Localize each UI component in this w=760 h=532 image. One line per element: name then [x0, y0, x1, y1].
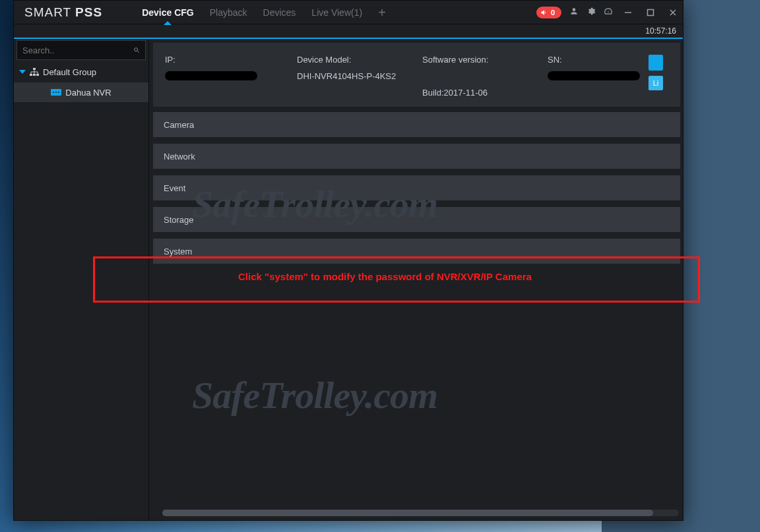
info-action-button-2[interactable]: Li: [649, 76, 663, 90]
sidebar-group-default[interactable]: Default Group: [14, 63, 148, 81]
window-minimize-button[interactable]: [621, 5, 635, 20]
main-tabs: Device CFG Playback Devices Live View(1)…: [142, 1, 536, 24]
main-panel: IP: Device Model: DHI-NVR4104HS-P-4KS2 S…: [149, 39, 683, 520]
app-title-bold: PSS: [75, 5, 102, 19]
tab-device-cfg[interactable]: Device CFG: [142, 1, 194, 24]
window-close-button[interactable]: [666, 5, 680, 20]
section-system[interactable]: System: [153, 239, 680, 264]
info-ip-label: IP:: [165, 55, 297, 65]
horizontal-scrollbar[interactable]: [162, 510, 679, 516]
app-title-thin: SMART: [24, 5, 71, 19]
info-ip-value: [165, 71, 257, 80]
title-controls: 0: [536, 5, 680, 20]
scrollbar-thumb[interactable]: [162, 510, 653, 516]
search-icon: [133, 45, 140, 55]
clock-bar: 10:57:16: [14, 24, 683, 39]
section-storage[interactable]: Storage: [153, 207, 680, 232]
svg-rect-8: [33, 74, 36, 76]
svg-point-12: [55, 92, 57, 93]
sidebar-group-label: Default Group: [43, 67, 96, 77]
search-box[interactable]: [16, 40, 146, 60]
svg-rect-7: [30, 74, 32, 76]
gear-icon[interactable]: [586, 7, 596, 18]
titlebar: SMART PSS Device CFG Playback Devices Li…: [14, 1, 683, 24]
clock-text: 10:57:16: [645, 26, 676, 36]
info-sn-value: [548, 71, 640, 80]
tab-add-button[interactable]: +: [378, 1, 386, 24]
svg-rect-9: [36, 74, 39, 76]
info-model-label: Device Model:: [297, 55, 422, 65]
svg-point-11: [53, 92, 54, 93]
tab-live-view[interactable]: Live View(1): [311, 1, 362, 24]
app-window: SMART PSS Device CFG Playback Devices Li…: [13, 0, 683, 521]
tab-devices[interactable]: Devices: [263, 1, 296, 24]
svg-point-13: [58, 92, 59, 93]
info-software-label: Software version:: [422, 55, 548, 65]
info-build-value: Build:2017-11-06: [422, 88, 548, 98]
svg-rect-1: [648, 9, 654, 15]
sitemap-icon: [30, 68, 39, 76]
app-logo: SMART PSS: [24, 5, 102, 20]
volume-icon: [540, 9, 548, 16]
config-section-list: Camera Network Event Storage System: [153, 112, 680, 264]
window-maximize-button[interactable]: [643, 5, 658, 20]
nvr-icon: [51, 88, 61, 96]
alert-indicator[interactable]: 0: [536, 7, 561, 18]
svg-rect-6: [33, 68, 36, 70]
chevron-down-icon: [19, 69, 26, 75]
sidebar-device-label: Dahua NVR: [65, 88, 111, 98]
svg-line-5: [137, 51, 139, 53]
info-action-button-1[interactable]: [649, 55, 663, 71]
body-area: Default Group Dahua NVR IP: Device Model…: [14, 39, 683, 520]
section-camera[interactable]: Camera: [153, 112, 680, 137]
user-icon[interactable]: [569, 7, 579, 18]
info-sn-label: SN:: [548, 55, 649, 65]
info-model-value: DHI-NVR4104HS-P-4KS2: [297, 71, 396, 81]
device-info-panel: IP: Device Model: DHI-NVR4104HS-P-4KS2 S…: [153, 43, 680, 107]
alert-count: 0: [551, 9, 555, 16]
section-event[interactable]: Event: [153, 175, 680, 200]
gauge-icon[interactable]: [604, 7, 613, 18]
section-network[interactable]: Network: [153, 144, 680, 169]
search-input[interactable]: [22, 45, 133, 55]
svg-point-4: [135, 48, 138, 51]
tab-playback[interactable]: Playback: [210, 1, 247, 24]
sidebar: Default Group Dahua NVR: [14, 39, 149, 520]
sidebar-device-dahua-nvr[interactable]: Dahua NVR: [14, 82, 148, 102]
